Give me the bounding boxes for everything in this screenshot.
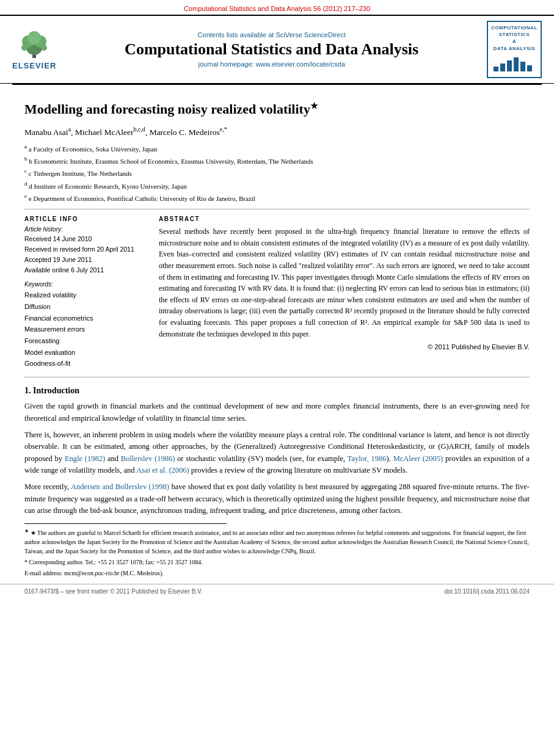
keyword-item: Diffusion	[24, 301, 147, 313]
keyword-item: Goodness-of-fit	[24, 358, 147, 369]
section1-para2: There is, however, an inherent problem i…	[24, 429, 530, 477]
section1-para3: More recently, Andersen and Bollerslev (…	[24, 481, 530, 517]
banner-center: Contents lists available at SciVerse Sci…	[62, 31, 481, 68]
journal-title: Computational Statistics and Data Analys…	[62, 40, 481, 59]
abstract-label: ABSTRACT	[159, 216, 530, 222]
ref-andersen1998[interactable]: Andersen and Bollerslev (1998)	[71, 482, 169, 491]
abstract-text: Several methods have recently been propo…	[159, 226, 530, 340]
ref-bollerslev[interactable]: Bollerslev (1986)	[121, 454, 175, 463]
elsevier-tree-icon	[16, 29, 53, 60]
keywords-list: Realized volatility Diffusion Financial …	[24, 289, 147, 369]
svg-rect-10	[514, 57, 519, 71]
issn-line: 0167-9473/$ – see front matter © 2011 Pu…	[24, 588, 203, 595]
ref-taylor[interactable]: Taylor, 1986	[348, 454, 387, 463]
sciverse-note: Contents lists available at SciVerse Sci…	[62, 31, 481, 38]
ref-engle[interactable]: Engle (1982)	[65, 454, 105, 463]
journal-logo-box: COMPUTATIONAL STATISTICS & DATA ANALYSIS	[487, 21, 542, 78]
svg-rect-7	[494, 67, 498, 71]
svg-point-5	[21, 45, 27, 51]
footnote-star: ★ ★ The authors are grateful to Marcel S…	[24, 528, 530, 556]
footnote-divider	[24, 523, 227, 524]
keyword-item: Forecasting	[24, 335, 147, 347]
article-info-label: ARTICLE INFO	[24, 216, 147, 222]
svg-rect-12	[527, 65, 532, 71]
journal-homepage: journal homepage: www.elsevier.com/locat…	[62, 60, 481, 68]
bottom-bar: 0167-9473/$ – see front matter © 2011 Pu…	[0, 584, 554, 598]
article-history: Article history: Received 14 June 2010 R…	[24, 226, 147, 275]
abstract-copyright: © 2011 Published by Elsevier B.V.	[159, 343, 530, 351]
section1-para1: Given the rapid growth in financial mark…	[24, 401, 530, 424]
keyword-item: Financial econometrics	[24, 313, 147, 324]
journal-citation: Computational Statistics and Data Analys…	[0, 0, 554, 15]
svg-rect-9	[507, 60, 512, 71]
keyword-item: Measurement errors	[24, 324, 147, 335]
article-dates: Received 14 June 2010 Received in revise…	[24, 234, 147, 275]
ref-mcaleer2005[interactable]: McAleer (2005)	[393, 454, 443, 463]
paper-title: Modelling and forecasting noisy realized…	[24, 101, 530, 118]
svg-point-6	[41, 45, 47, 51]
svg-rect-11	[520, 62, 525, 71]
keyword-item: Realized volatility	[24, 289, 147, 301]
footnote-corresponding: * Corresponding author. Tel.: +55 21 352…	[24, 558, 530, 567]
svg-point-4	[27, 31, 41, 45]
doi-line: doi:10.1016/j.csda.2011.06.024	[444, 588, 530, 595]
journal-logo-chart-icon	[490, 54, 539, 73]
ref-asai2006[interactable]: Asai et al. (2006)	[136, 466, 189, 474]
abstract-col: ABSTRACT Several methods have recently b…	[159, 216, 530, 369]
article-abstract-section: ARTICLE INFO Article history: Received 1…	[24, 216, 530, 369]
elsevier-name: ELSEVIER	[12, 61, 56, 70]
footnote-area: ★ ★ The authors are grateful to Marcel S…	[24, 528, 530, 578]
authors: Manabu Asaia, Michael McAleerb,c,d, Marc…	[24, 125, 530, 139]
main-content: Modelling and forecasting noisy realized…	[0, 85, 554, 578]
keyword-item: Model evaluation	[24, 347, 147, 358]
affiliations: a a Faculty of Economics, Soka Universit…	[24, 142, 530, 204]
footnote-email: E-mail address: mcm@econ.puc-rio.br (M.C…	[24, 569, 530, 578]
section1-heading: 1. Introduction	[24, 386, 530, 396]
svg-rect-8	[500, 64, 505, 71]
top-banner: ELSEVIER Contents lists available at Sci…	[0, 15, 554, 84]
keywords-block: Keywords: Realized volatility Diffusion …	[24, 281, 147, 369]
elsevier-logo: ELSEVIER	[12, 29, 56, 70]
article-info-col: ARTICLE INFO Article history: Received 1…	[24, 216, 147, 369]
